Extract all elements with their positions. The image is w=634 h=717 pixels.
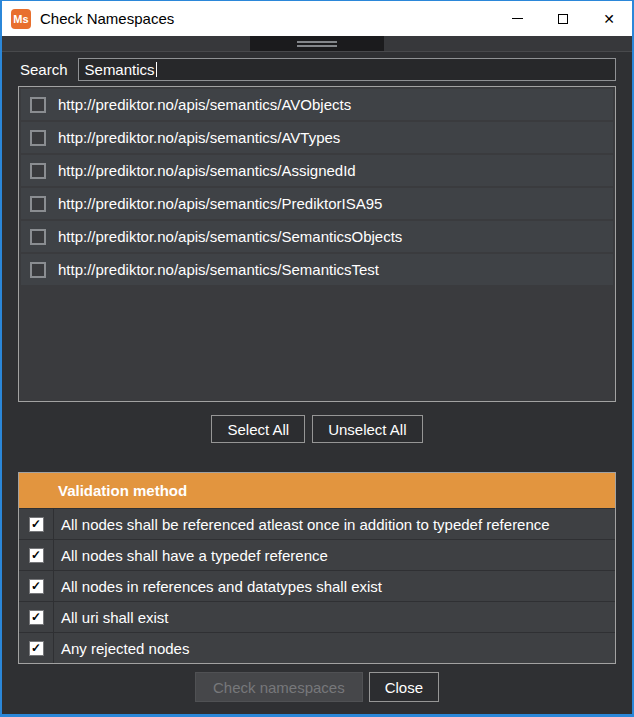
namespace-row[interactable]: http://prediktor.no/apis/semantics/Seman…: [21, 221, 613, 252]
unselect-all-button[interactable]: Unselect All: [312, 415, 422, 443]
namespace-checkbox[interactable]: [30, 130, 46, 146]
namespace-row[interactable]: http://prediktor.no/apis/semantics/Assig…: [21, 155, 613, 186]
search-row: Search Semantics: [2, 52, 632, 86]
namespace-row[interactable]: http://prediktor.no/apis/semantics/Predi…: [21, 188, 613, 219]
titlebar: Ms Check Namespaces ✕: [2, 1, 632, 36]
namespace-url-label: http://prediktor.no/apis/semantics/AVTyp…: [58, 129, 340, 146]
validation-rule-row[interactable]: ✓Any rejected nodes: [19, 632, 615, 663]
close-window-button[interactable]: ✕: [586, 1, 632, 36]
namespace-row[interactable]: http://prediktor.no/apis/semantics/AVObj…: [21, 89, 613, 120]
validation-rule-row[interactable]: ✓All nodes in references and datatypes s…: [19, 570, 615, 601]
namespace-checkbox[interactable]: [30, 262, 46, 278]
validation-rule-label: Any rejected nodes: [54, 633, 189, 663]
check-namespaces-button[interactable]: Check namespaces: [195, 672, 363, 702]
namespace-row[interactable]: http://prediktor.no/apis/semantics/AVTyp…: [21, 122, 613, 153]
namespace-checkbox[interactable]: [30, 97, 46, 113]
select-all-button[interactable]: Select All: [211, 415, 305, 443]
namespace-url-label: http://prediktor.no/apis/semantics/Seman…: [58, 228, 402, 245]
close-button[interactable]: Close: [369, 672, 439, 702]
validation-checkbox[interactable]: ✓: [29, 579, 44, 594]
validation-checkbox-cell: ✓: [19, 509, 54, 539]
grip-line-icon: [297, 45, 337, 47]
validation-checkbox[interactable]: ✓: [29, 641, 44, 656]
validation-checkbox[interactable]: ✓: [29, 548, 44, 563]
footer-buttons-row: Check namespaces Close: [2, 672, 632, 702]
validation-rule-row[interactable]: ✓All nodes shall have a typedef referenc…: [19, 539, 615, 570]
namespace-url-label: http://prediktor.no/apis/semantics/Assig…: [58, 162, 356, 179]
text-caret: [156, 62, 157, 77]
minimize-icon: [512, 18, 523, 19]
validation-rule-row[interactable]: ✓All nodes shall be referenced atleast o…: [19, 508, 615, 539]
app-icon: Ms: [11, 9, 31, 29]
namespace-url-label: http://prediktor.no/apis/semantics/Seman…: [58, 261, 379, 278]
validation-method-header: Validation method: [19, 473, 615, 508]
validation-method-table: Validation method ✓All nodes shall be re…: [18, 472, 616, 664]
validation-rule-row[interactable]: ✓All uri shall exist: [19, 601, 615, 632]
namespace-row[interactable]: http://prediktor.no/apis/semantics/Seman…: [21, 254, 613, 285]
search-input-value: Semantics: [85, 61, 155, 78]
validation-rule-label: All nodes in references and datatypes sh…: [54, 571, 382, 601]
validation-checkbox-cell: ✓: [19, 540, 54, 570]
minimize-button[interactable]: [494, 1, 540, 36]
grip-line-icon: [297, 41, 337, 43]
namespace-list: http://prediktor.no/apis/semantics/AVObj…: [18, 86, 616, 402]
titlebar-left: Ms Check Namespaces: [2, 9, 174, 29]
namespace-url-label: http://prediktor.no/apis/semantics/AVObj…: [58, 96, 351, 113]
selection-buttons-row: Select All Unselect All: [2, 415, 632, 443]
search-label: Search: [20, 61, 68, 78]
validation-checkbox[interactable]: ✓: [29, 517, 44, 532]
maximize-icon: [558, 14, 568, 24]
validation-rule-label: All nodes shall have a typedef reference: [54, 540, 328, 570]
close-icon: ✕: [603, 12, 615, 26]
window-controls: ✕: [494, 1, 632, 36]
validation-checkbox[interactable]: ✓: [29, 610, 44, 625]
namespace-checkbox[interactable]: [30, 196, 46, 212]
validation-checkbox-cell: ✓: [19, 571, 54, 601]
validation-checkbox-cell: ✓: [19, 633, 54, 663]
namespace-checkbox[interactable]: [30, 229, 46, 245]
search-input[interactable]: Semantics: [78, 58, 616, 81]
window-title: Check Namespaces: [40, 10, 174, 27]
maximize-button[interactable]: [540, 1, 586, 36]
validation-rule-label: All nodes shall be referenced atleast on…: [54, 509, 550, 539]
validation-rules-list: ✓All nodes shall be referenced atleast o…: [19, 508, 615, 663]
dock-strip: [2, 36, 632, 52]
validation-checkbox-cell: ✓: [19, 602, 54, 632]
dock-drag-handle[interactable]: [250, 36, 384, 51]
validation-rule-label: All uri shall exist: [54, 602, 169, 632]
namespace-checkbox[interactable]: [30, 163, 46, 179]
check-namespaces-dialog: Ms Check Namespaces ✕ Search Semantics h: [0, 0, 634, 717]
namespace-url-label: http://prediktor.no/apis/semantics/Predi…: [58, 195, 382, 212]
